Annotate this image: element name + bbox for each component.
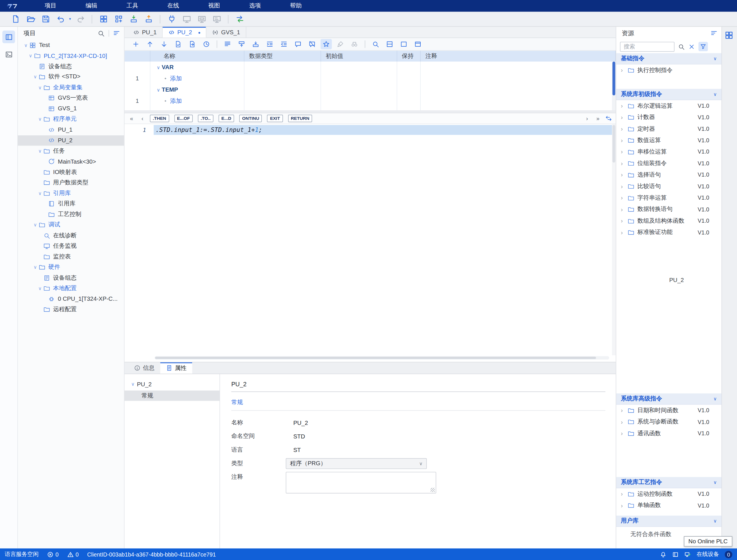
resource-section-header[interactable]: 系统库工艺指令 ∨ (616, 477, 721, 488)
compare-button[interactable] (234, 13, 246, 25)
filter-button[interactable] (698, 42, 708, 51)
resource-item[interactable]: › 数组及结构体函数 V1.0 (616, 215, 721, 227)
comment-textarea[interactable] (286, 472, 436, 493)
warning-count[interactable]: 0 (67, 551, 79, 558)
resource-section-header[interactable]: 基础指令 ∨ (616, 53, 721, 64)
resource-item[interactable]: › 选择语句 V1.0 (616, 169, 721, 181)
menu-item[interactable]: 编辑 (71, 0, 112, 12)
layout-grid-button[interactable] (724, 31, 735, 41)
build-all-button[interactable] (112, 13, 124, 25)
snippet-button[interactable]: .THEN (150, 115, 169, 122)
properties-tree-item[interactable]: 常规 (124, 391, 220, 401)
output-console-toggle[interactable] (2, 48, 15, 60)
var-group-row[interactable]: ∨ TEMP (124, 84, 616, 95)
compile-button[interactable] (97, 13, 109, 25)
tree-expander[interactable] (32, 74, 39, 80)
tree-item[interactable]: MainTask<30> (18, 156, 124, 167)
project-explorer-toggle[interactable] (2, 31, 15, 43)
maximize-view-button[interactable] (398, 39, 409, 49)
tree-item[interactable]: PU_2 (18, 135, 124, 146)
download-to-plc-button[interactable] (127, 13, 139, 25)
add-variable-link[interactable]: 添加 (170, 75, 182, 83)
horizontal-splitter[interactable] (124, 111, 616, 113)
resource-section-header[interactable]: 系统库初级指令 ∨ (616, 89, 721, 100)
tree-expander[interactable] (37, 286, 43, 291)
var-add-row[interactable]: 1 • 添加 (124, 73, 616, 84)
project-sort-icon[interactable] (113, 30, 120, 37)
menu-item[interactable]: 视图 (194, 0, 235, 12)
search-button[interactable] (370, 39, 381, 49)
clear-search-icon[interactable] (688, 43, 695, 50)
snippet-scroll-left[interactable]: ‹ (139, 115, 146, 122)
tree-item[interactable]: 软件 <STD> (18, 72, 124, 82)
code-vertical-scrollbar[interactable] (612, 124, 616, 355)
snippet-scroll-end[interactable]: » (595, 115, 601, 122)
resource-item[interactable]: › 标准验证功能 V1.0 (616, 227, 721, 238)
snippet-scroll-start[interactable]: « (128, 115, 135, 122)
tree-item[interactable]: GVS一览表 (18, 93, 124, 103)
tree-expander[interactable] (32, 222, 39, 228)
tree-item[interactable]: 设备组态 (18, 61, 124, 72)
menu-item[interactable]: 在线 (153, 0, 194, 12)
var-group-row[interactable]: ∨ VAR (124, 62, 616, 73)
split-view-button[interactable] (384, 39, 395, 49)
insert-row-below-button[interactable] (250, 39, 261, 49)
tree-item[interactable]: 全局变量集 (18, 82, 124, 93)
code-editor[interactable]: 1 .STD.input_1:=.STD.input_1+1; (124, 124, 616, 362)
tree-expander[interactable] (37, 117, 43, 122)
resource-item[interactable]: › 布尔逻辑运算 V1.0 (616, 100, 721, 111)
editor-tab[interactable]: GVS_1 (207, 27, 246, 38)
resource-item[interactable]: › 位组装指令 V1.0 (616, 158, 721, 169)
notifications-icon[interactable] (660, 551, 666, 558)
add-variable-link[interactable]: 添加 (170, 97, 182, 105)
type-select[interactable]: 程序（PRG） ∨ (286, 458, 427, 469)
properties-tab[interactable]: 属性 (160, 362, 192, 374)
uncomment-button[interactable] (307, 39, 318, 49)
chevron-down-icon[interactable]: ∨ (155, 87, 162, 92)
resource-item[interactable]: › 日期和时间函数 V1.0 (616, 405, 721, 416)
snippet-button[interactable]: RETURN (288, 115, 312, 122)
monitor-frame-button[interactable] (196, 13, 208, 25)
tree-expander[interactable] (37, 148, 43, 154)
upload-from-plc-button[interactable] (142, 13, 154, 25)
editor-tab[interactable]: PU_2 (163, 27, 207, 38)
move-up-button[interactable] (144, 39, 156, 49)
comment-button[interactable] (292, 39, 304, 49)
snippet-scroll-right[interactable]: › (584, 115, 590, 122)
table-scrollbar-thumb[interactable] (613, 62, 615, 95)
resource-item[interactable]: › 系统与诊断函数 V1.0 (616, 416, 721, 428)
tree-item[interactable]: 引用库 (18, 188, 124, 199)
tree-item[interactable]: 远程配置 (18, 304, 124, 315)
var-add-row[interactable]: 1 • 添加 (124, 95, 616, 107)
monitor-alt-button[interactable] (211, 13, 223, 25)
resource-item[interactable]: › 执行控制指令 (616, 64, 721, 76)
bookmark-button[interactable] (321, 39, 332, 49)
resource-section-header[interactable]: 系统库高级指令 ∨ (616, 393, 721, 404)
resource-item[interactable]: › 字符串运算 V1.0 (616, 192, 721, 204)
restore-view-button[interactable] (412, 39, 424, 49)
insert-row-above-button[interactable] (236, 39, 247, 49)
chevron-down-icon[interactable]: ∨ (155, 65, 162, 70)
move-down-button[interactable] (158, 39, 170, 49)
select-rows-button[interactable] (222, 39, 233, 49)
tree-item[interactable]: 硬件 (18, 262, 124, 273)
outdent-button[interactable] (278, 39, 290, 49)
tree-item[interactable]: 设备组态 (18, 273, 124, 283)
find-references-button[interactable] (349, 39, 360, 49)
resource-item[interactable]: › 单轴函数 V1.0 (616, 500, 721, 511)
resource-item[interactable]: › 数据转换语句 V1.0 (616, 204, 721, 215)
code-horizontal-scrollbar[interactable] (155, 356, 609, 360)
tree-item[interactable]: 工艺控制 (18, 209, 124, 220)
project-search-icon[interactable] (97, 30, 105, 37)
tree-item[interactable]: 在线诊断 (18, 230, 124, 241)
properties-tab[interactable]: 信息 (128, 362, 160, 374)
monitor-button[interactable] (180, 13, 192, 25)
connect-plc-button[interactable] (165, 13, 177, 25)
resources-sort-icon[interactable] (710, 30, 718, 37)
menu-item[interactable]: 选项 (235, 0, 275, 12)
tree-expander[interactable] (27, 53, 34, 58)
snippet-button[interactable]: ONTINU (239, 115, 262, 122)
resource-section-header[interactable]: 用户库 ∨ (616, 516, 721, 527)
indent-button[interactable] (264, 39, 275, 49)
editor-tab[interactable]: PU_1 (127, 27, 163, 38)
